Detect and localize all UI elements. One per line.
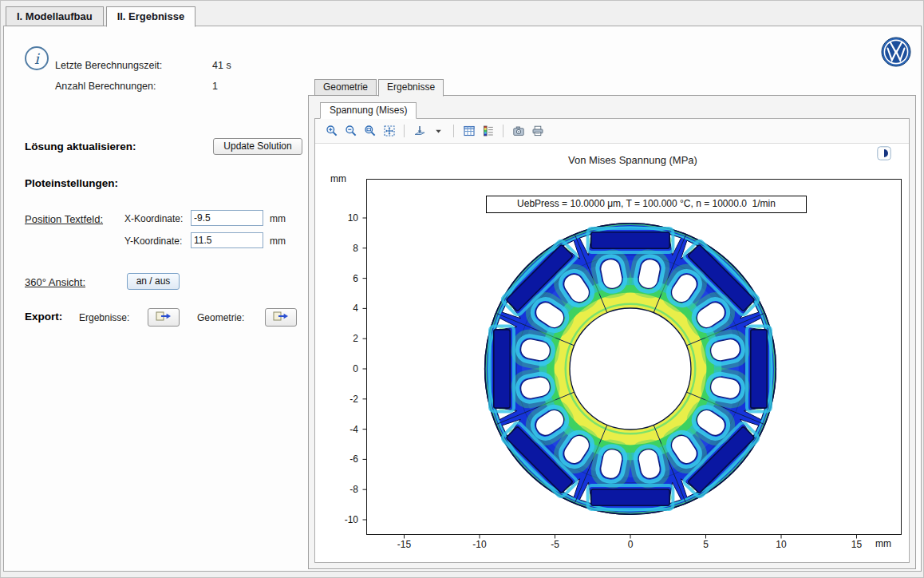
export-geometry-button[interactable] [265,308,297,327]
x-coordinate-input[interactable] [191,210,263,226]
main-tab-bar: I. Modellaufbau II. Ergebnisse [6,6,198,27]
y-coordinate-unit: mm [270,236,286,247]
half-disc-icon[interactable] [877,146,891,160]
application-window: I. Modellaufbau II. Ergebnisse i Letzte … [0,0,924,578]
y-tick-label: 0 [322,362,358,375]
graphics-tab-bar: Geometrie Ergebnisse [314,79,445,97]
tab-spannung-mises[interactable]: Spannung (Mises) [320,102,417,119]
computation-count-label: Anzahl Berechnungen: [55,81,156,92]
dropdown-caret-icon[interactable] [430,123,447,140]
x-tick-label: -5 [538,538,573,551]
export-results-label: Ergebnisse: [79,312,129,323]
y-tick-label: -10 [322,513,358,526]
x-tick-label: -15 [387,538,422,551]
y-tick-label: 10 [322,212,358,224]
graphics-window: Von Mises Spannung (MPa) mm UebPress = 1… [314,118,910,563]
y-tick-label: 2 [322,332,358,345]
y-tick-label: -8 [322,483,358,496]
y-coordinate-input[interactable] [191,232,263,248]
computation-count-value: 1 [212,81,218,92]
export-icon [156,311,172,325]
zoom-out-icon[interactable] [342,123,359,140]
tab-ergebnisse[interactable]: Ergebnisse [378,79,444,97]
update-solution-label: Lösung aktualisieren: [25,141,136,152]
x-tick-label: 5 [689,538,724,551]
plot-annotation-box: UebPress = 10.0000 μm, T = 100.000 °C, n… [486,196,807,213]
position-textfield-label: Position Textfeld: [25,213,103,225]
plot-title: Von Mises Spannung (MPa) [365,154,900,166]
export-icon [273,311,289,325]
x-tick-label: 10 [764,538,799,551]
x-tick-label: 15 [839,538,875,551]
zoom-extents-icon[interactable] [381,123,397,140]
last-computation-value: 41 s [212,60,231,71]
x-coordinate-label: X-Koordinate: [124,213,183,224]
tab-i-modellaufbau[interactable]: I. Modellaufbau [6,6,104,26]
y-tick-label: -2 [322,393,358,406]
zoom-in-icon[interactable] [323,123,340,140]
tab-ii-ergebnisse[interactable]: II. Ergebnisse [106,6,196,27]
x-tick-label: 0 [613,538,648,551]
y-tick-label: 6 [322,272,358,285]
legend-icon[interactable] [480,123,496,140]
info-icon: i [25,46,49,70]
toolbar-separator [404,125,405,137]
view-360-label: 360° Ansicht: [25,276,85,288]
grid-icon[interactable] [460,123,477,140]
vw-logo-icon [881,37,911,67]
zoom-box-icon[interactable] [361,123,378,140]
x-coordinate-unit: mm [270,213,286,224]
y-tick-label: 8 [322,242,358,255]
y-tick-label: -4 [322,423,358,436]
snapshot-icon[interactable] [510,123,527,140]
view-360-toggle-button[interactable]: an / aus [127,273,180,290]
toolbar-separator [453,125,454,137]
y-tick-label: 4 [322,302,358,315]
x-axis-unit: mm [875,538,907,549]
export-results-button[interactable] [148,308,180,327]
export-heading: Export: [25,311,62,323]
x-tick-label: -10 [462,538,497,551]
graphics-toolbar [315,119,909,144]
y-tick-label: -6 [322,453,358,465]
print-icon[interactable] [529,123,546,140]
plot-settings-heading: Ploteinstellungen: [25,177,118,189]
y-coordinate-label: Y-Koordinate: [124,236,182,247]
y-axis-unit: mm [325,173,352,184]
tab-geometrie[interactable]: Geometrie [314,79,377,96]
last-computation-label: Letzte Berechnungszeit: [55,60,162,71]
update-solution-button[interactable]: Update Solution [213,138,302,155]
toolbar-separator [503,125,503,137]
plot-canvas[interactable] [361,179,907,544]
view-orientation-icon[interactable] [411,123,428,140]
export-geometry-label: Geometrie: [197,312,244,323]
